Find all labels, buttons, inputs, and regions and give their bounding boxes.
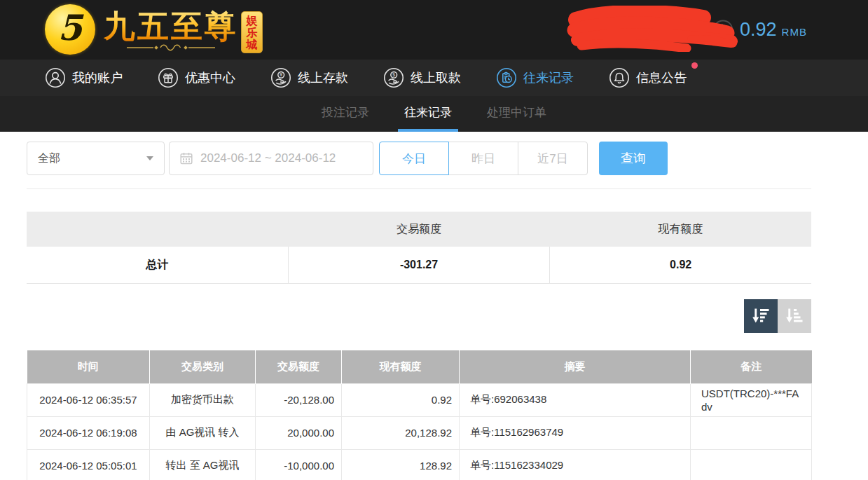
cell-summary: 单号:115162334029	[460, 449, 691, 480]
records-icon	[496, 67, 517, 88]
summary-total-row: 总计 -301.27 0.92	[27, 247, 811, 284]
cell-time: 2024-06-12 05:05:01	[27, 449, 150, 480]
divider	[27, 188, 811, 189]
nav-item-promotions[interactable]: 优惠中心	[158, 67, 235, 88]
nav-item-withdraw[interactable]: $ 线上取款	[383, 67, 461, 88]
col-amount: 交易额度	[256, 350, 342, 383]
summary-total-balance: 0.92	[549, 247, 811, 283]
logo-badge: 娱 乐 城	[241, 11, 263, 53]
tab-betting-records[interactable]: 投注记录	[315, 96, 376, 132]
cell-amount: -20,128.00	[256, 383, 342, 416]
svg-text:$: $	[392, 71, 396, 78]
cell-time: 2024-06-12 06:19:08	[27, 416, 150, 449]
nav-item-my-account[interactable]: 我的账户	[45, 67, 123, 88]
remark-text: USDT(TRC20)-***FAdv	[701, 387, 801, 413]
balance-amount: 0.92	[740, 19, 777, 41]
nav-label: 信息公告	[636, 69, 687, 86]
filter-row: 全部 2024-06-12 ~ 2024-06-12 今日 昨日	[27, 142, 811, 175]
last-7-days-button[interactable]: 近7日	[518, 142, 588, 175]
cell-remark	[691, 416, 812, 449]
tab-transaction-records[interactable]: 往来记录	[398, 96, 458, 132]
records-header-row: 时间 交易类别 交易额度 现有额度 摘要 备注	[27, 350, 812, 383]
sort-descending-icon	[750, 306, 771, 327]
cell-balance: 20,128.92	[342, 416, 460, 449]
today-button[interactable]: 今日	[379, 142, 449, 175]
nav-label: 优惠中心	[185, 69, 235, 86]
cell-type: 加密货币出款	[150, 383, 256, 416]
sub-nav: 投注记录 往来记录 处理中订单	[0, 96, 868, 132]
sort-ascending-button[interactable]	[778, 299, 811, 333]
sort-descending-button[interactable]	[744, 299, 778, 333]
col-type: 交易类别	[150, 350, 256, 383]
balance-currency: RMB	[782, 26, 807, 38]
table-row: 2024-06-12 06:19:08 由 AG视讯 转入 20,000.00 …	[27, 416, 812, 449]
logo-title: 九五至尊	[104, 10, 238, 43]
nav-label: 我的账户	[72, 69, 123, 86]
badge-char: 娱	[247, 15, 258, 27]
col-time: 时间	[27, 350, 150, 383]
cell-remark	[691, 449, 812, 480]
col-remark: 备注	[691, 350, 812, 383]
top-header: 5 九五至尊 娱 乐 城	[0, 0, 868, 60]
calendar-icon	[179, 151, 193, 165]
cell-amount: -10,000.00	[256, 449, 342, 480]
site-logo[interactable]: 5 九五至尊 娱 乐 城	[45, 4, 263, 55]
search-button[interactable]: 查询	[599, 142, 668, 175]
cell-time: 2024-06-12 06:35:57	[27, 383, 150, 416]
summary-header-balance: 现有额度	[550, 212, 811, 247]
nav-item-transaction-records[interactable]: 往来记录	[496, 67, 574, 88]
nav-label: 线上取款	[411, 69, 461, 86]
cell-balance: 128.92	[342, 449, 460, 480]
notification-dot	[691, 62, 698, 69]
records-table: 时间 交易类别 交易额度 现有额度 摘要 备注 2024-06-12 06:35…	[27, 350, 812, 480]
bell-icon	[609, 67, 630, 88]
table-row: 2024-06-12 05:05:01 转出 至 AG视讯 -10,000.00…	[27, 449, 812, 480]
svg-text:¥: ¥	[280, 71, 283, 78]
user-icon	[45, 67, 66, 88]
sort-ascending-icon	[784, 306, 805, 327]
yesterday-button[interactable]: 昨日	[448, 142, 518, 175]
cell-balance: 0.92	[342, 383, 460, 416]
summary-table: 交易额度 现有额度 总计 -301.27 0.92	[27, 212, 811, 284]
cell-type: 由 AG视讯 转入	[150, 416, 256, 449]
main-nav: 我的账户 优惠中心 ¥ 线上存款	[0, 60, 868, 96]
balance-display: 0.92 RMB	[740, 19, 807, 41]
redaction-scribble	[566, 6, 738, 52]
cell-summary: 单号:115162963749	[460, 416, 691, 449]
nav-item-announcements[interactable]: 信息公告	[609, 67, 687, 88]
nav-label: 往来记录	[523, 69, 574, 86]
col-balance: 现有额度	[342, 350, 460, 383]
summary-header-transaction: 交易额度	[288, 212, 549, 247]
cell-summary: 单号:692063438	[460, 383, 691, 416]
gift-icon	[158, 67, 179, 88]
logo-monogram: 5	[58, 7, 83, 48]
cell-type: 转出 至 AG视讯	[150, 449, 256, 480]
type-filter-value: 全部	[38, 151, 60, 166]
summary-header-empty	[27, 212, 288, 247]
type-filter-dropdown[interactable]: 全部	[27, 142, 165, 175]
logo-monogram-icon: 5	[45, 4, 95, 55]
summary-total-label: 总计	[27, 247, 288, 283]
summary-header: 交易额度 现有额度	[27, 212, 811, 247]
content-area: 全部 2024-06-12 ~ 2024-06-12 今日 昨日	[27, 142, 811, 480]
summary-total-transaction: -301.27	[288, 247, 550, 283]
nav-item-deposit[interactable]: ¥ 线上存款	[270, 67, 348, 88]
nav-label: 线上存款	[298, 69, 348, 86]
cell-remark: USDT(TRC20)-***FAdv	[691, 383, 812, 416]
date-range-input[interactable]: 2024-06-12 ~ 2024-06-12	[169, 142, 373, 175]
table-row: 2024-06-12 06:35:57 加密货币出款 -20,128.00 0.…	[27, 383, 812, 416]
deposit-icon: ¥	[270, 67, 291, 88]
tab-processing-orders[interactable]: 处理中订单	[481, 96, 553, 132]
withdraw-icon: $	[383, 67, 404, 88]
badge-char: 乐	[247, 27, 258, 39]
logo-flourish-icon	[125, 43, 216, 53]
col-summary: 摘要	[460, 350, 691, 383]
date-range-value: 2024-06-12 ~ 2024-06-12	[200, 151, 336, 165]
chevron-down-icon	[146, 156, 153, 160]
badge-char: 城	[247, 39, 258, 50]
quick-range-group: 今日 昨日 近7日	[379, 142, 588, 175]
cell-amount: 20,000.00	[256, 416, 342, 449]
sort-controls	[27, 299, 811, 333]
